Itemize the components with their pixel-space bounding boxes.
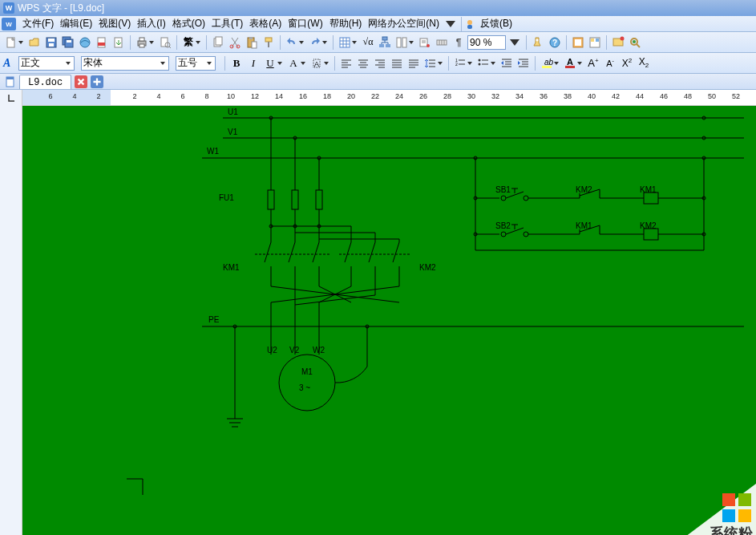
- numbering-button[interactable]: 12: [452, 55, 468, 71]
- show-toolbar-button[interactable]: [434, 34, 450, 51]
- shrink-font-button[interactable]: A-: [602, 55, 618, 71]
- menu-insert[interactable]: 插入(I): [134, 16, 168, 31]
- menu-window[interactable]: 窗口(W): [285, 16, 325, 31]
- svg-rect-7: [49, 43, 54, 47]
- svg-rect-16: [139, 38, 144, 41]
- menu-feedback[interactable]: 反馈(B): [477, 16, 515, 31]
- font-color-button[interactable]: A: [562, 55, 578, 71]
- separator: [130, 35, 131, 50]
- menu-tools[interactable]: 工具(T): [208, 16, 246, 31]
- screenshot-button[interactable]: [610, 34, 626, 51]
- svg-rect-199: [644, 193, 658, 204]
- copy-button[interactable]: [210, 34, 226, 51]
- traditional-button[interactable]: 繁: [180, 34, 196, 51]
- align-center-button[interactable]: [355, 55, 371, 71]
- align-distribute-button[interactable]: [406, 55, 422, 71]
- svg-rect-130: [268, 190, 274, 209]
- options-button[interactable]: [417, 34, 433, 51]
- underline-button[interactable]: U: [262, 55, 278, 71]
- svg-text:?: ?: [552, 39, 557, 47]
- menu-format[interactable]: 格式(O): [169, 16, 208, 31]
- help-button[interactable]: ?: [547, 34, 563, 51]
- separator: [206, 35, 207, 50]
- columns-button[interactable]: [394, 34, 410, 51]
- size-select[interactable]: 五号: [176, 56, 216, 71]
- grow-font-button[interactable]: A+: [585, 55, 601, 71]
- print-preview-button[interactable]: [157, 34, 173, 51]
- svg-rect-26: [249, 37, 253, 39]
- menu-webspace-dropdown[interactable]: [443, 16, 459, 32]
- menu-webspace[interactable]: 网络办公空间(N): [365, 16, 443, 31]
- char-border-button[interactable]: A: [309, 55, 325, 71]
- subscript-button[interactable]: X2: [636, 55, 652, 71]
- svg-rect-43: [402, 38, 406, 47]
- paragraph-marks-button[interactable]: ¶: [451, 34, 467, 51]
- svg-rect-111: [6, 77, 14, 79]
- redo-button[interactable]: [307, 34, 323, 51]
- new-tab-button[interactable]: [91, 75, 103, 88]
- pdf-button[interactable]: [94, 34, 110, 51]
- equation-button[interactable]: √α: [360, 34, 376, 51]
- outdent-button[interactable]: [499, 55, 515, 71]
- svg-rect-22: [216, 37, 222, 45]
- zoom-input[interactable]: [467, 35, 506, 50]
- svg-text:2: 2: [455, 62, 458, 67]
- line-spacing-button[interactable]: [422, 55, 439, 71]
- zoom-dropdown[interactable]: [507, 34, 523, 51]
- bold-button[interactable]: B: [228, 55, 245, 71]
- format-painter-button[interactable]: [261, 34, 277, 51]
- horizontal-ruler[interactable]: 6422468101214161820222426283032343638404…: [0, 90, 756, 106]
- mail-button[interactable]: [77, 34, 93, 51]
- insert-table-button[interactable]: [337, 34, 353, 51]
- ruler-corner[interactable]: [0, 90, 22, 106]
- svg-rect-29: [268, 42, 269, 47]
- search-button[interactable]: [627, 34, 643, 51]
- svg-rect-219: [644, 229, 658, 240]
- menu-view[interactable]: 视图(V): [95, 16, 134, 31]
- find-button[interactable]: [530, 34, 546, 51]
- export-button[interactable]: [111, 34, 127, 51]
- save-button[interactable]: [43, 34, 59, 51]
- document-canvas[interactable]: U1 V1 W1 FU1 KM1: [22, 106, 756, 535]
- separator: [224, 56, 225, 71]
- align-justify-button[interactable]: [389, 55, 405, 71]
- open-button[interactable]: [26, 34, 42, 51]
- highlight-button[interactable]: ab: [539, 55, 555, 71]
- save-all-button[interactable]: [60, 34, 76, 51]
- cut-button[interactable]: [227, 34, 243, 51]
- svg-rect-35: [382, 37, 387, 40]
- menu-edit[interactable]: 编辑(E): [57, 16, 95, 31]
- close-tab-button[interactable]: [75, 75, 87, 88]
- bullets-button[interactable]: [475, 55, 491, 71]
- separator: [461, 17, 462, 31]
- style-select[interactable]: 正文: [18, 56, 75, 71]
- gallery-button[interactable]: [587, 34, 603, 51]
- menu-table[interactable]: 表格(A): [246, 16, 285, 31]
- format-label-icon: A: [3, 58, 14, 69]
- indent-button[interactable]: [515, 55, 532, 71]
- template-button[interactable]: [570, 34, 586, 51]
- print-button[interactable]: [134, 34, 150, 51]
- svg-point-23: [230, 45, 233, 48]
- menu-file[interactable]: 文件(F): [19, 16, 57, 31]
- new-button[interactable]: [3, 34, 19, 51]
- superscript-button[interactable]: X2: [619, 55, 635, 71]
- font-grow-button[interactable]: A: [285, 55, 301, 71]
- svg-point-24: [237, 45, 240, 48]
- font-select[interactable]: 宋体: [81, 56, 169, 71]
- italic-button[interactable]: I: [245, 55, 261, 71]
- align-right-button[interactable]: [372, 55, 388, 71]
- align-left-button[interactable]: [338, 55, 354, 71]
- svg-text:FU1: FU1: [219, 193, 234, 202]
- paste-button[interactable]: [244, 34, 260, 51]
- separator: [280, 35, 281, 50]
- vertical-ruler[interactable]: [0, 106, 22, 535]
- document-tab[interactable]: L9.doc: [19, 75, 71, 89]
- svg-point-52: [536, 39, 539, 41]
- menu-help[interactable]: 帮助(H): [326, 16, 366, 31]
- wps-logo-icon[interactable]: W: [2, 18, 16, 30]
- menu-bar: W 文件(F) 编辑(E) 视图(V) 插入(I) 格式(O) 工具(T) 表格…: [0, 16, 756, 32]
- struct-button[interactable]: [377, 34, 393, 51]
- svg-rect-17: [139, 44, 144, 47]
- undo-button[interactable]: [284, 34, 300, 51]
